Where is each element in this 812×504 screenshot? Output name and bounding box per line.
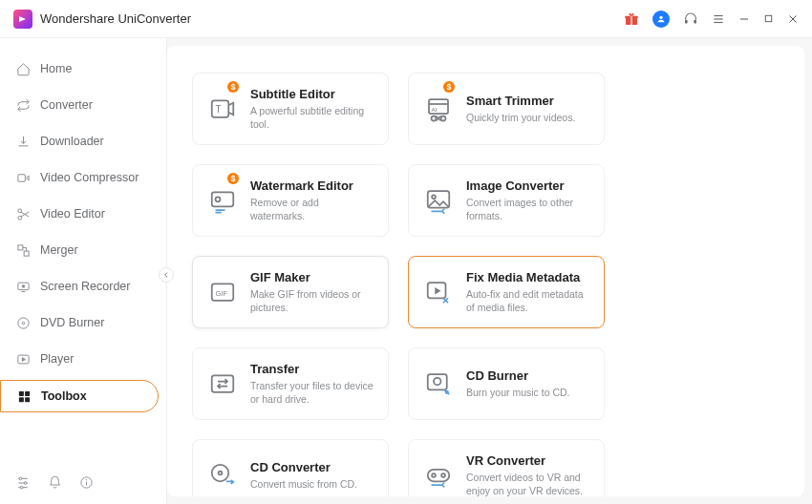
tool-title: Smart Trimmer xyxy=(466,94,575,108)
svg-point-46 xyxy=(432,195,436,199)
gift-icon[interactable] xyxy=(624,11,639,27)
sidebar-item-player[interactable]: Player xyxy=(0,344,159,374)
sidebar-item-screen-recorder[interactable]: Screen Recorder xyxy=(0,271,159,302)
tools-grid: T Subtitle EditorA powerful subtitle edi… xyxy=(192,73,780,496)
window-close-button[interactable] xyxy=(787,13,799,25)
menu-icon[interactable] xyxy=(712,12,725,26)
svg-rect-23 xyxy=(18,390,23,395)
merger-icon xyxy=(15,242,31,258)
svg-point-57 xyxy=(432,473,436,477)
svg-point-19 xyxy=(22,284,25,287)
tool-desc: Burn your music to CD. xyxy=(466,386,570,399)
sidebar-item-label: Converter xyxy=(40,98,93,112)
compressor-icon xyxy=(15,170,31,185)
svg-point-41 xyxy=(432,116,437,121)
svg-point-28 xyxy=(19,477,22,480)
svg-rect-17 xyxy=(24,251,29,256)
headset-icon[interactable] xyxy=(683,11,698,27)
tool-vr-converter[interactable]: VR ConverterConvert videos to VR and enj… xyxy=(408,439,605,496)
user-avatar-icon[interactable] xyxy=(652,10,670,28)
tool-image-converter[interactable]: Image ConverterConvert images to other f… xyxy=(408,164,605,237)
vr-icon xyxy=(422,459,455,492)
main-panel: T Subtitle EditorA powerful subtitle edi… xyxy=(167,46,804,496)
tool-title: VR Converter xyxy=(466,453,590,468)
sidebar-item-home[interactable]: Home xyxy=(0,53,159,84)
tool-title: Watermark Editor xyxy=(250,178,374,193)
gif-icon: GIF xyxy=(206,276,239,308)
paid-badge: $ xyxy=(227,173,239,184)
tool-cd-converter[interactable]: CD ConverterConvert music from CD. xyxy=(192,439,389,496)
nav-list: Home Converter Downloader Video Compress… xyxy=(0,53,166,466)
sidebar-toggle-button[interactable] xyxy=(159,267,174,283)
window-maximize-button[interactable] xyxy=(763,13,774,24)
svg-point-54 xyxy=(212,465,229,482)
tool-cd-burner[interactable]: CD BurnerBurn your music to CD. xyxy=(408,347,605,420)
svg-point-3 xyxy=(659,15,662,18)
tool-gif-maker[interactable]: GIF GIF MakerMake GIF from videos or pic… xyxy=(192,256,389,328)
preferences-icon[interactable] xyxy=(15,475,31,491)
svg-text:T: T xyxy=(216,104,222,115)
toolbox-icon xyxy=(16,388,32,404)
tool-desc: Remove or add watermarks. xyxy=(250,196,374,222)
svg-rect-13 xyxy=(17,174,25,181)
watermark-icon xyxy=(206,184,239,217)
tool-fix-media-metadata[interactable]: Fix Media MetadataAuto-fix and edit meta… xyxy=(408,256,605,328)
transfer-icon xyxy=(206,368,239,400)
sidebar-item-downloader[interactable]: Downloader xyxy=(0,126,159,157)
svg-rect-10 xyxy=(765,15,771,21)
tool-desc: Transfer your files to device or hard dr… xyxy=(250,379,374,406)
brand: Wondershare UniConverter xyxy=(13,10,191,29)
tool-smart-trimmer[interactable]: AI Smart TrimmerQuickly trim your videos… xyxy=(408,73,605,145)
sidebar-item-converter[interactable]: Converter xyxy=(0,90,159,120)
sidebar-item-video-compressor[interactable]: Video Compressor xyxy=(0,162,159,193)
svg-text:AI: AI xyxy=(432,106,438,113)
sidebar-item-label: Screen Recorder xyxy=(40,280,131,293)
sidebar-item-toolbox[interactable]: Toolbox xyxy=(0,380,159,412)
window-minimize-button[interactable] xyxy=(738,13,750,25)
tool-transfer[interactable]: TransferTransfer your files to device or… xyxy=(192,347,389,420)
sidebar-bottom xyxy=(0,466,166,504)
tool-desc: Quickly trim your videos. xyxy=(466,111,575,124)
tool-title: GIF Maker xyxy=(250,270,374,284)
sidebar-item-dvd-burner[interactable]: DVD Burner xyxy=(0,307,159,338)
svg-point-42 xyxy=(441,116,446,121)
dvd-icon xyxy=(15,315,31,330)
image-icon xyxy=(422,184,455,217)
tool-title: Transfer xyxy=(250,362,374,376)
download-icon xyxy=(15,134,31,149)
svg-text:GIF: GIF xyxy=(216,289,228,298)
svg-point-44 xyxy=(216,197,221,201)
tool-desc: A powerful subtitle editing tool. xyxy=(250,104,374,131)
recorder-icon xyxy=(15,279,31,294)
svg-rect-56 xyxy=(428,470,450,482)
sidebar-item-merger[interactable]: Merger xyxy=(0,235,159,265)
svg-rect-51 xyxy=(428,374,447,389)
play-icon xyxy=(15,351,31,367)
tool-title: Fix Media Metadata xyxy=(466,270,590,284)
tool-desc: Convert images to other formats. xyxy=(466,196,590,222)
tool-watermark-editor[interactable]: Watermark EditorRemove or add watermarks… xyxy=(192,164,389,237)
sidebar-item-label: Video Editor xyxy=(40,207,105,220)
svg-rect-2 xyxy=(630,15,631,24)
sidebar-item-label: Toolbox xyxy=(41,389,87,403)
sidebar-item-label: Player xyxy=(40,352,74,366)
tool-desc: Auto-fix and edit metadata of media file… xyxy=(466,287,590,314)
svg-point-32 xyxy=(20,486,23,489)
trimmer-icon: AI xyxy=(422,93,455,125)
metadata-icon xyxy=(422,276,455,308)
sidebar-item-label: Video Compressor xyxy=(40,171,139,184)
sidebar: Home Converter Downloader Video Compress… xyxy=(0,38,167,504)
home-icon xyxy=(15,61,31,76)
sidebar-item-label: DVD Burner xyxy=(40,316,104,329)
converter-icon xyxy=(15,97,31,113)
cd-converter-icon xyxy=(206,459,239,492)
bell-icon[interactable] xyxy=(48,475,62,491)
tool-subtitle-editor[interactable]: T Subtitle EditorA powerful subtitle edi… xyxy=(192,73,389,145)
sidebar-item-label: Downloader xyxy=(40,135,104,148)
titlebar: Wondershare UniConverter xyxy=(0,0,812,38)
info-icon[interactable] xyxy=(79,475,94,491)
svg-point-55 xyxy=(219,472,223,475)
svg-rect-26 xyxy=(25,397,30,402)
paid-badge: $ xyxy=(443,81,455,93)
sidebar-item-video-editor[interactable]: Video Editor xyxy=(0,199,159,229)
